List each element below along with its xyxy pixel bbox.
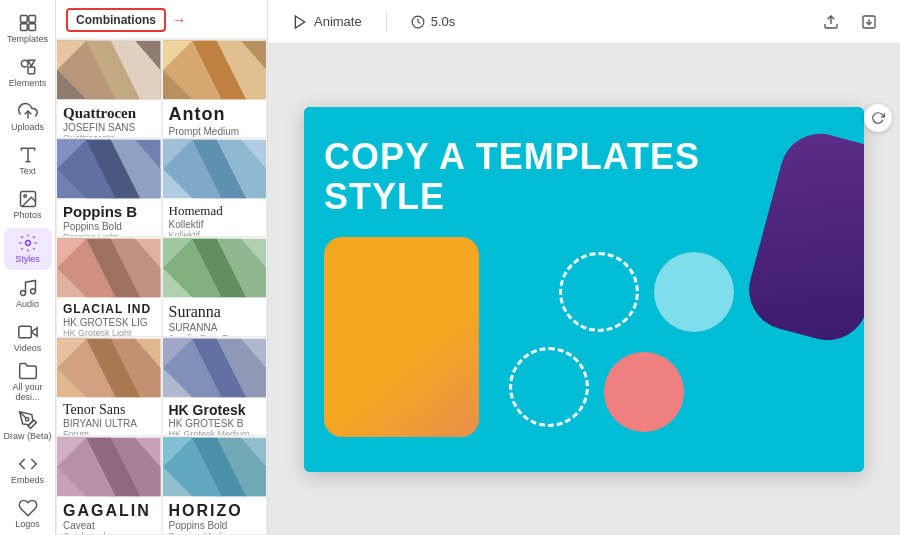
sidebar-item-elements[interactable]: Elements (4, 52, 52, 94)
sidebar-item-photos[interactable]: Photos (4, 184, 52, 226)
font-card-banner-glacial (57, 238, 161, 298)
font-card-suranna[interactable]: SurannaSURANNAJosefin Sans T... (162, 237, 268, 336)
font-card-secondary-horizon: Poppins Bold (169, 520, 261, 531)
font-card-primary-glacial: GLACIAL IND (63, 302, 155, 316)
svg-rect-1 (28, 16, 35, 23)
svg-marker-15 (31, 327, 37, 335)
canvas-title: COPY A TEMPLATES STYLE (324, 137, 704, 216)
panel-header: Combinations → (56, 0, 267, 39)
font-card-text-anton: AntonPrompt MediumPrompt Light (163, 100, 267, 138)
svg-marker-6 (28, 61, 35, 67)
sidebar-item-logos[interactable]: Logos (4, 493, 52, 535)
canvas-title-line2: STYLE (324, 177, 704, 217)
font-card-banner-tenor-sans (57, 338, 161, 398)
photos-icon (18, 189, 38, 209)
elements-icon (18, 57, 38, 77)
animate-button[interactable]: Animate (284, 10, 370, 34)
font-card-secondary-homemade: Kollektif (169, 219, 261, 230)
svg-point-4 (21, 61, 28, 68)
sidebar-item-draw-label: Draw (Beta) (4, 432, 52, 442)
audio-icon (18, 278, 38, 298)
font-card-primary-horizon: HORIZO (169, 501, 261, 520)
font-card-tertiary-horizon: Poppins Medium (169, 531, 261, 535)
font-card-secondary-gagalin: Caveat (63, 520, 155, 531)
all-designs-icon (18, 361, 38, 381)
font-card-text-poppins: Poppins BPoppins BoldPoppins Light (57, 199, 161, 237)
share-button[interactable] (854, 7, 884, 37)
font-card-homemade[interactable]: HomemadKollektifKollektif (162, 138, 268, 237)
red-arrow-icon: → (172, 12, 186, 28)
font-card-secondary-glacial: HK GROTESK LIG (63, 317, 155, 328)
svg-point-14 (30, 288, 35, 293)
orange-rectangle (324, 237, 479, 437)
font-card-text-suranna: SurannaSURANNAJosefin Sans T... (163, 298, 267, 336)
grid-icon (18, 13, 38, 33)
sidebar-item-audio-label: Audio (16, 300, 39, 310)
upload-button[interactable] (816, 7, 846, 37)
font-card-glacial[interactable]: GLACIAL INDHK GROTESK LIGHK Grotesk Ligh… (56, 237, 162, 336)
font-card-banner-quattrocento (57, 40, 161, 100)
font-card-secondary-hk-grotesk: HK GROTESK B (169, 418, 261, 429)
sidebar-item-logos-label: Logos (15, 520, 40, 530)
duration-button[interactable]: 5.0s (403, 10, 464, 33)
font-card-primary-anton: Anton (169, 104, 261, 126)
font-card-poppins[interactable]: Poppins BPoppins BoldPoppins Light (56, 138, 162, 237)
teal-circle-1 (654, 252, 734, 332)
font-card-horizon[interactable]: HORIZOPoppins BoldPoppins Medium (162, 436, 268, 535)
sidebar-item-uploads[interactable]: Uploads (4, 96, 52, 138)
sidebar-item-videos[interactable]: Videos (4, 317, 52, 359)
refresh-button[interactable] (864, 104, 892, 132)
animate-icon (292, 14, 308, 30)
font-card-primary-quattrocento: Quattrocen (63, 104, 155, 122)
dashed-circle-1 (559, 252, 639, 332)
font-card-banner-anton (163, 40, 267, 100)
sidebar-item-templates[interactable]: Templates (4, 8, 52, 50)
logos-icon (18, 498, 38, 518)
animate-label: Animate (314, 14, 362, 29)
clock-icon (411, 15, 425, 29)
font-card-primary-hk-grotesk: HK Grotesk (169, 402, 261, 419)
canvas-area: COPY A TEMPLATES STYLE (268, 44, 900, 535)
font-card-secondary-poppins: Poppins Bold (63, 221, 155, 232)
font-card-text-horizon: HORIZOPoppins BoldPoppins Medium (163, 497, 267, 535)
font-card-gagalin[interactable]: GAGALINCaveatQuicksand (56, 436, 162, 535)
font-card-secondary-anton: Prompt Medium (169, 126, 261, 137)
font-card-text-quattrocento: QuattrocenJOSEFIN SANSQuattrocento (57, 100, 161, 138)
font-card-tenor-sans[interactable]: Tenor SansBIRYANI ULTRAForum (56, 337, 162, 436)
panel-sidebar: Combinations → QuattrocenJOSEFIN SANSQua… (56, 0, 268, 535)
sidebar-item-all-designs[interactable]: All your desi... (4, 361, 52, 403)
font-card-primary-suranna: Suranna (169, 302, 261, 321)
svg-rect-2 (20, 24, 27, 31)
combinations-button[interactable]: Combinations (66, 8, 166, 32)
toolbar-divider (386, 12, 387, 32)
sidebar-item-text-label: Text (19, 167, 36, 177)
toolbar-right (816, 7, 884, 37)
font-card-banner-gagalin (57, 437, 161, 497)
font-card-primary-homemade: Homemad (169, 203, 261, 219)
salmon-circle-1 (604, 352, 684, 432)
share-icon (861, 14, 877, 30)
sidebar-item-uploads-label: Uploads (11, 123, 44, 133)
sidebar-item-embeds[interactable]: Embeds (4, 449, 52, 491)
duration-label: 5.0s (431, 14, 456, 29)
sidebar-item-text[interactable]: Text (4, 140, 52, 182)
font-card-banner-homemade (163, 139, 267, 199)
font-card-text-hk-grotesk: HK GroteskHK GROTESK BHK Grotesk Medium (163, 398, 267, 436)
sidebar-item-styles-label: Styles (15, 255, 40, 265)
font-card-banner-horizon (163, 437, 267, 497)
text-icon (18, 145, 38, 165)
refresh-icon (871, 111, 885, 125)
videos-icon (18, 322, 38, 342)
font-card-hk-grotesk[interactable]: HK GroteskHK GROTESK BHK Grotesk Medium (162, 337, 268, 436)
font-card-banner-poppins (57, 139, 161, 199)
sidebar-item-audio[interactable]: Audio (4, 272, 52, 314)
font-card-quattrocento[interactable]: QuattrocenJOSEFIN SANSQuattrocento (56, 39, 162, 138)
svg-rect-16 (18, 326, 30, 338)
font-card-anton[interactable]: AntonPrompt MediumPrompt Light (162, 39, 268, 138)
sidebar-item-styles[interactable]: Styles (4, 228, 52, 270)
sidebar-item-draw[interactable]: Draw (Beta) (4, 405, 52, 447)
font-card-primary-tenor-sans: Tenor Sans (63, 402, 155, 419)
font-card-primary-gagalin: GAGALIN (63, 501, 155, 520)
canvas-title-line1: COPY A TEMPLATES (324, 137, 704, 177)
svg-point-13 (20, 290, 25, 295)
